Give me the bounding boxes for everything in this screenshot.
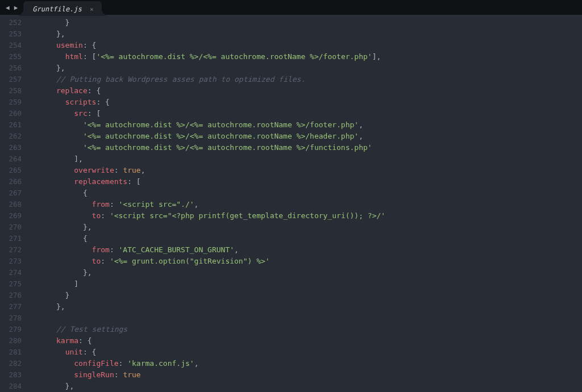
token-str: '<script src="<?php printf(get_template_… <box>110 211 385 220</box>
line-number: 256 <box>0 62 22 74</box>
close-icon[interactable]: × <box>90 6 94 13</box>
token-punc: , <box>359 120 363 129</box>
code-line[interactable]: ] <box>30 278 582 290</box>
code-line[interactable]: karma: { <box>30 335 582 347</box>
token-key: scripts <box>65 98 97 106</box>
code-line[interactable]: scripts: { <box>30 97 582 108</box>
code-line[interactable]: to: '<script src="<?php printf(get_templ… <box>30 210 582 222</box>
token-plain <box>30 200 92 208</box>
code-line[interactable]: unit: { <box>30 347 582 358</box>
token-plain: } <box>30 18 69 27</box>
code-line[interactable]: }, <box>30 301 582 312</box>
code-line[interactable]: // Putting back Wordpress asses path to … <box>30 74 582 85</box>
tab-filename: Gruntfile.js <box>32 5 82 13</box>
token-punc: : <box>119 359 128 368</box>
token-plain: }, <box>30 382 74 390</box>
code-line[interactable]: replacements: [ <box>30 176 582 187</box>
code-line[interactable]: // Test settings <box>30 324 582 335</box>
token-plain <box>30 257 92 265</box>
token-plain: } <box>30 291 69 299</box>
editor[interactable]: 2522532542552562572582592602612622632642… <box>0 15 582 392</box>
line-number: 265 <box>0 165 22 176</box>
token-plain: { <box>30 189 88 197</box>
code-line[interactable] <box>30 312 582 324</box>
token-key: overwrite <box>74 166 114 174</box>
line-number: 253 <box>0 28 22 40</box>
token-punc: : { <box>78 336 92 345</box>
line-number: 259 <box>0 97 22 108</box>
token-key: replace <box>56 86 88 95</box>
code-line[interactable]: ], <box>30 153 582 165</box>
line-number: 284 <box>0 381 22 392</box>
token-punc: : <box>114 370 123 379</box>
file-tab[interactable]: Gruntfile.js × <box>23 1 101 16</box>
code-line[interactable]: '<%= autochrome.dist %>/<%= autochrome.r… <box>30 131 582 142</box>
line-number: 272 <box>0 244 22 256</box>
token-plain <box>30 98 65 106</box>
line-number: 275 <box>0 278 22 290</box>
code-line[interactable]: usemin: { <box>30 40 582 51</box>
token-plain: }, <box>30 64 65 72</box>
code-line[interactable]: }, <box>30 222 582 233</box>
token-key: to <box>92 211 101 220</box>
line-gutter: 2522532542552562572582592602612622632642… <box>0 15 27 392</box>
token-punc: ], <box>372 52 381 61</box>
token-plain: ] <box>30 280 78 288</box>
code-line[interactable]: html: ['<%= autochrome.dist %>/<%= autoc… <box>30 51 582 62</box>
token-str: '<%= autochrome.dist %>/<%= autochrome.r… <box>96 52 372 61</box>
token-str: '<%= grunt.option("gitRevision") %>' <box>110 257 270 265</box>
code-line[interactable]: }, <box>30 28 582 40</box>
token-plain <box>30 109 74 118</box>
line-number: 260 <box>0 108 22 119</box>
token-plain <box>30 370 74 379</box>
line-number: 282 <box>0 358 22 369</box>
token-punc: , <box>359 132 363 140</box>
code-line[interactable]: '<%= autochrome.dist %>/<%= autochrome.r… <box>30 119 582 131</box>
token-str: '<%= autochrome.dist %>/<%= autochrome.r… <box>83 132 359 140</box>
line-number: 257 <box>0 74 22 85</box>
token-punc: : <box>114 166 123 174</box>
token-punc: : { <box>83 348 96 356</box>
token-plain <box>30 41 56 49</box>
code-line[interactable]: }, <box>30 267 582 278</box>
token-str: 'karma.conf.js' <box>127 359 194 368</box>
code-line[interactable]: singleRun: true <box>30 369 582 381</box>
token-key: src <box>74 109 87 118</box>
token-plain <box>30 245 92 254</box>
token-plain: }, <box>30 223 92 231</box>
code-line[interactable]: } <box>30 17 582 28</box>
line-number: 255 <box>0 51 22 62</box>
token-key: html <box>65 52 83 61</box>
token-comm: // Putting back Wordpress asses path to … <box>56 75 305 84</box>
code-line[interactable]: to: '<%= grunt.option("gitRevision") %>' <box>30 256 582 267</box>
code-line[interactable]: }, <box>30 62 582 74</box>
code-line[interactable]: { <box>30 187 582 199</box>
token-punc: : { <box>96 98 109 106</box>
code-line[interactable]: from: 'ATC_CACHE_BURST_ON_GRUNT', <box>30 244 582 256</box>
token-punc: : <box>110 200 119 208</box>
token-plain <box>30 86 56 95</box>
code-line[interactable]: replace: { <box>30 85 582 97</box>
token-key: from <box>92 245 110 254</box>
code-line[interactable]: { <box>30 233 582 244</box>
line-number: 273 <box>0 256 22 267</box>
line-number: 281 <box>0 347 22 358</box>
token-plain <box>30 336 56 345</box>
token-plain <box>30 75 56 84</box>
token-punc: , <box>194 359 199 368</box>
code-line[interactable]: configFile: 'karma.conf.js', <box>30 358 582 369</box>
code-line[interactable]: } <box>30 290 582 301</box>
token-plain <box>30 348 65 356</box>
code-line[interactable]: overwrite: true, <box>30 165 582 176</box>
token-key: configFile <box>74 359 118 368</box>
line-number: 274 <box>0 267 22 278</box>
code-line[interactable]: '<%= autochrome.dist %>/<%= autochrome.r… <box>30 142 582 153</box>
token-key: from <box>92 200 110 208</box>
code-line[interactable]: from: '<script src="./', <box>30 199 582 210</box>
line-number: 269 <box>0 210 22 222</box>
code-line[interactable]: }, <box>30 381 582 392</box>
nav-back-icon[interactable]: ◀ <box>5 4 11 11</box>
code-line[interactable]: src: [ <box>30 108 582 119</box>
code-area[interactable]: } }, usemin: { html: ['<%= autochrome.di… <box>27 15 582 392</box>
line-number: 271 <box>0 233 22 244</box>
